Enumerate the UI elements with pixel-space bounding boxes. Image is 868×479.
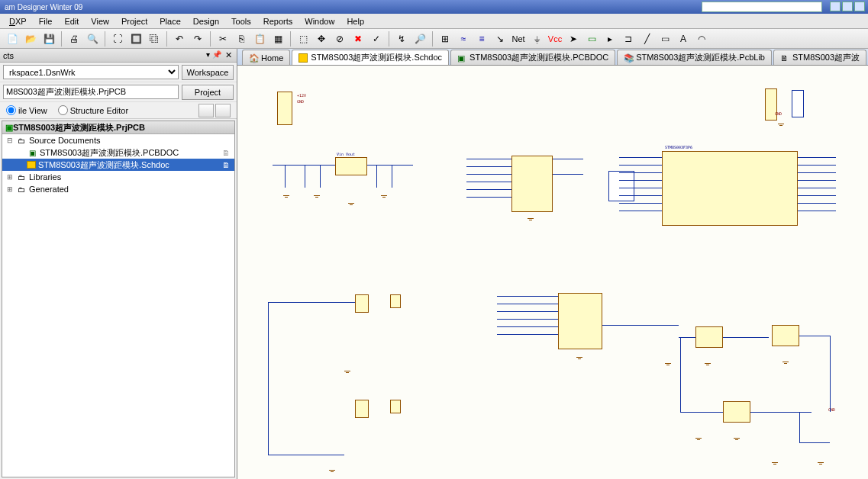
project-tree[interactable]: ▣ STM8S003超声波测距模块.PrjPCB ⊟ 🗀 Source Docu… — [2, 121, 235, 477]
preview-button[interactable]: 🔍 — [85, 31, 100, 47]
place-netlabel-button[interactable]: Net — [511, 31, 526, 47]
deselect-button[interactable]: ⊘ — [332, 31, 347, 47]
place-arc-button[interactable]: ◠ — [694, 31, 709, 47]
doc-icon: 🗎 — [780, 53, 789, 63]
menu-project[interactable]: Project — [115, 17, 153, 26]
window-titlebar: am Designer Winter 09 D:\[07]技术创新\设计资源\S… — [0, 0, 868, 14]
collapse-icon[interactable]: ⊟ — [5, 137, 14, 144]
separator — [210, 31, 211, 47]
copy-button[interactable]: ⎘ — [234, 31, 249, 47]
workspace-select[interactable]: rkspace1.DsnWrk — [3, 65, 179, 79]
menu-file[interactable]: File — [33, 17, 59, 26]
place-rect-button[interactable]: ▭ — [657, 31, 673, 47]
separator — [61, 31, 62, 47]
menu-view[interactable]: View — [85, 17, 115, 26]
maximize-button[interactable] — [842, 2, 853, 11]
place-part-button[interactable]: ⊞ — [437, 31, 453, 47]
menubar: DXP File Edit View Project Place Design … — [0, 14, 868, 29]
place-text-button[interactable]: A — [676, 31, 691, 47]
place-port-button[interactable]: ➤ — [566, 31, 581, 47]
hierarchy-button[interactable]: ⿻ — [147, 31, 162, 47]
path-box[interactable]: D:\[07]技术创新\设计资源\STM8S — [702, 2, 822, 12]
separator — [105, 31, 105, 47]
settings-icon[interactable] — [215, 104, 231, 117]
separator — [290, 31, 291, 47]
panel-title-text: cts — [3, 51, 14, 60]
place-gnd-button[interactable]: ⏚ — [529, 31, 544, 47]
tab-schdoc[interactable]: STM8S003超声波测距模块.Schdoc — [292, 50, 449, 65]
project-row: Project — [0, 82, 237, 102]
separator — [432, 31, 433, 47]
schematic-icon — [298, 53, 308, 63]
tab-pcblib[interactable]: 📚STM8S003超声波测距模块.PcbLib — [617, 50, 772, 65]
editor-area: 🏠Home STM8S003超声波测距模块.Schdoc ▣STM8S003超声… — [237, 49, 868, 479]
place-busentry-button[interactable]: ↘ — [492, 31, 508, 47]
place-bus-button[interactable]: ≡ — [474, 31, 489, 47]
project-icon: ▣ — [5, 123, 13, 133]
redo-button[interactable]: ↷ — [190, 31, 205, 47]
place-vcc-button[interactable]: Vcc — [547, 31, 563, 47]
save-button[interactable]: 💾 — [41, 31, 56, 47]
tree-schdoc[interactable]: STM8S003超声波测距模块.Schdoc 🗎 — [2, 159, 234, 171]
paste-button[interactable]: 📋 — [252, 31, 267, 47]
view-mode-row: ile View Structure Editor — [0, 102, 237, 119]
title-left: am Designer Winter 09 — [5, 3, 82, 11]
folder-icon: 🗀 — [16, 135, 27, 146]
menu-edit[interactable]: Edit — [58, 17, 85, 26]
menu-tools[interactable]: Tools — [225, 17, 257, 26]
paste-array-button[interactable]: ▦ — [270, 31, 286, 47]
separator — [166, 31, 167, 47]
new-button[interactable]: 📄 — [5, 31, 20, 47]
tab-extra[interactable]: 🗎STM8S003超声波 — [773, 50, 866, 65]
separator — [389, 31, 389, 47]
tree-header: ▣ STM8S003超声波测距模块.PrjPCB — [2, 121, 234, 134]
project-button[interactable]: Project — [182, 85, 234, 100]
select-button[interactable]: ⬚ — [295, 31, 311, 47]
menu-window[interactable]: Window — [298, 17, 340, 26]
place-sheetentry-button[interactable]: ▸ — [602, 31, 618, 47]
tab-home[interactable]: 🏠Home — [242, 50, 290, 65]
menu-dxp[interactable]: DXP — [3, 17, 33, 26]
menu-help[interactable]: Help — [340, 17, 370, 26]
crossprobe-button[interactable]: ↯ — [394, 31, 409, 47]
browse-button[interactable]: 🔎 — [412, 31, 428, 47]
undo-button[interactable]: ↶ — [172, 31, 187, 47]
workspace-row: rkspace1.DsnWrk Workspace — [0, 63, 237, 82]
panel-header: cts ▾ 📌 ✕ — [0, 49, 237, 63]
project-field[interactable] — [3, 85, 179, 99]
tree-libraries[interactable]: ⊞ 🗀 Libraries — [2, 171, 234, 183]
structure-editor-radio[interactable]: Structure Editor — [58, 105, 128, 115]
expand-icon[interactable]: ⊞ — [5, 173, 14, 181]
workspace-button[interactable]: Workspace — [182, 65, 234, 80]
folder-icon: 🗀 — [16, 172, 27, 182]
menu-design[interactable]: Design — [187, 17, 225, 26]
menu-reports[interactable]: Reports — [257, 17, 299, 26]
close-button[interactable] — [854, 2, 865, 11]
cut-button[interactable]: ✂ — [215, 31, 231, 47]
open-button[interactable]: 📂 — [23, 31, 38, 47]
place-sheet-button[interactable]: ▭ — [584, 31, 599, 47]
menu-place[interactable]: Place — [153, 17, 187, 26]
pin-icon[interactable]: ▾ 📌 — [206, 50, 221, 59]
tree-source-documents[interactable]: ⊟ 🗀 Source Documents — [2, 134, 234, 146]
place-wire-button[interactable]: ≈ — [456, 31, 471, 47]
expand-icon[interactable]: ⊞ — [5, 185, 14, 193]
move-button[interactable]: ✥ — [314, 31, 329, 47]
place-harness-button[interactable]: ⊐ — [621, 31, 636, 47]
file-view-radio[interactable]: ile View — [6, 105, 47, 115]
minimize-button[interactable] — [830, 2, 841, 11]
zoom-fit-button[interactable]: ⛶ — [110, 31, 125, 47]
zoom-area-button[interactable]: 🔲 — [128, 31, 144, 47]
panel-close-icon[interactable]: ✕ — [225, 50, 232, 60]
place-line-button[interactable]: ╱ — [639, 31, 654, 47]
tree-generated[interactable]: ⊞ 🗀 Generated — [2, 183, 234, 195]
doc-icon: 🗎 — [222, 149, 230, 157]
clear-button[interactable]: ✖ — [350, 31, 366, 47]
tab-pcbdoc[interactable]: ▣STM8S003超声波测距模块.PCBDOC — [450, 50, 615, 65]
toggle-button[interactable]: ✓ — [369, 31, 384, 47]
refresh-icon[interactable] — [198, 104, 214, 117]
tree-pcbdoc[interactable]: ▣ STM8S003超声波测距模块.PCBDOC 🗎 — [2, 146, 234, 159]
schematic-canvas[interactable]: +12V GND GND Vin Vout — [237, 66, 868, 479]
home-icon: 🏠 — [249, 53, 258, 63]
print-button[interactable]: 🖨 — [66, 31, 82, 47]
